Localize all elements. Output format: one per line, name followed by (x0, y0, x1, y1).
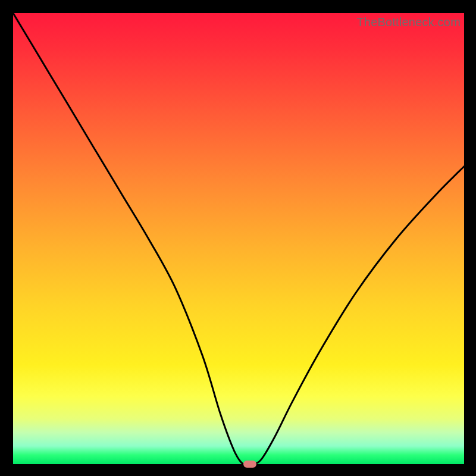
bottleneck-curve (13, 13, 464, 464)
plot-area: TheBottleneck.com (13, 13, 464, 464)
optimal-point-marker (243, 461, 256, 468)
chart-frame: TheBottleneck.com (0, 0, 476, 476)
